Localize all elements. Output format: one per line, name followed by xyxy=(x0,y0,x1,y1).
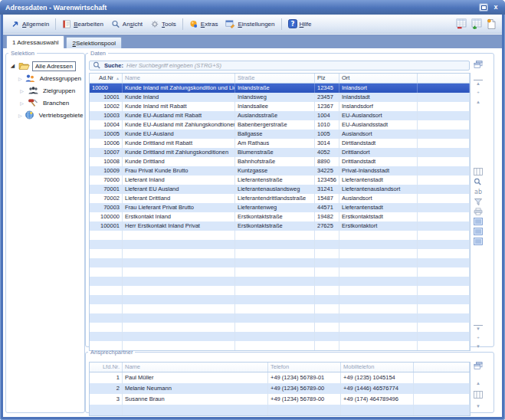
table-cell[interactable]: Drittlandstadt xyxy=(339,157,418,166)
table-row[interactable]: 10005Kunde EU-AuslandBallgasse1005Auslan… xyxy=(90,130,470,139)
table-cell[interactable]: 10002 xyxy=(90,102,123,111)
table-cell[interactable] xyxy=(418,148,470,157)
table-row[interactable]: 3Susanne Braun+49 (1234) 56789-00+49 (17… xyxy=(90,394,470,405)
table-cell[interactable] xyxy=(123,231,235,240)
search-input[interactable]: Hier Suchbegriff eingeben (STRG+S) xyxy=(126,62,221,69)
table-cell[interactable] xyxy=(418,194,470,203)
column-header[interactable]: Plz xyxy=(315,74,339,83)
table-cell[interactable] xyxy=(315,277,339,286)
table-cell[interactable] xyxy=(90,258,123,267)
table-cell[interactable]: 70001 xyxy=(90,185,123,194)
tree-item-zielgruppen[interactable]: ▷Zielgruppen xyxy=(8,84,83,97)
table-cell[interactable]: Herr Erstkontakt Inland Privat xyxy=(123,221,235,231)
table-cell[interactable] xyxy=(235,231,315,240)
table-cell[interactable]: Kunde Drittland xyxy=(123,157,235,166)
table-cell[interactable]: Drittlandort xyxy=(339,148,418,157)
table-cell[interactable]: 1 xyxy=(90,372,123,383)
table-row[interactable] xyxy=(90,405,470,415)
scroll-up-icon[interactable]: ▲ xyxy=(474,99,483,105)
table-cell[interactable]: Dirttlandstadt xyxy=(339,139,418,148)
close-button[interactable]: x xyxy=(492,3,500,11)
table-cell[interactable]: Auslandsort xyxy=(339,130,418,139)
card-view-icon[interactable] xyxy=(474,168,483,176)
column-header[interactable] xyxy=(414,363,470,372)
table-cell[interactable]: 10004 xyxy=(90,120,123,130)
list-view-2-icon[interactable] xyxy=(474,228,483,235)
table-cell[interactable] xyxy=(339,258,418,267)
table-cell[interactable]: Auslandsort xyxy=(339,194,418,203)
table-cell[interactable] xyxy=(418,212,470,221)
table-cell[interactable] xyxy=(235,332,315,341)
column-header[interactable]: Name xyxy=(123,74,235,83)
table-cell[interactable]: +49 (1235) 1045154 xyxy=(341,372,414,383)
table-cell[interactable] xyxy=(123,286,235,295)
table-cell[interactable]: 70002 xyxy=(90,194,123,203)
table-cell[interactable] xyxy=(123,258,235,267)
table-row[interactable] xyxy=(90,313,470,323)
table-cell[interactable]: 10003 xyxy=(90,111,123,120)
table-cell[interactable]: Lieferantenstadt xyxy=(339,176,418,185)
table-cell[interactable]: 1010 xyxy=(315,120,339,130)
column-header[interactable] xyxy=(418,74,470,83)
scroll-move-2-icon[interactable]: + xyxy=(474,334,483,340)
table-row[interactable] xyxy=(90,286,470,295)
table-cell[interactable] xyxy=(123,277,235,286)
table-cell[interactable]: Ballgasse xyxy=(235,130,315,139)
table-cell[interactable] xyxy=(123,249,235,258)
table-cell[interactable]: Erstkontaktstadt xyxy=(339,212,418,221)
table-row[interactable]: 10007Kunde Drittland mit Zahlungskonditi… xyxy=(90,148,470,157)
table-cell[interactable]: 27625 xyxy=(315,221,339,231)
table-cell[interactable]: 34225 xyxy=(315,166,339,176)
table-cell[interactable] xyxy=(418,313,470,323)
table-cell[interactable]: Auslandsstraße xyxy=(235,111,315,120)
table-cell[interactable] xyxy=(123,267,235,277)
table-cell[interactable]: 10007 xyxy=(90,148,123,157)
table-cell[interactable] xyxy=(418,157,470,166)
table-cell[interactable] xyxy=(418,258,470,267)
table-row[interactable]: 70003Frau Lieferant Privat BruttoLiefera… xyxy=(90,203,470,212)
table-cell[interactable]: Lieferant Inland xyxy=(123,176,235,185)
column-header[interactable]: Lfd.Nr. xyxy=(90,363,123,372)
table-cell[interactable] xyxy=(418,203,470,212)
table-row[interactable]: 10006Kunde Drittland mit RabattAm Rathau… xyxy=(90,139,470,148)
menu-item-extras[interactable]: Extras xyxy=(185,18,222,30)
table-cell[interactable] xyxy=(418,277,470,286)
table-cell[interactable]: Inlandstraße xyxy=(235,84,315,93)
column-header[interactable]: Name xyxy=(123,363,268,372)
table-cell[interactable] xyxy=(235,267,315,277)
table-cell[interactable] xyxy=(235,313,315,323)
table-cell[interactable] xyxy=(339,304,418,313)
list-view-3-icon[interactable] xyxy=(474,238,483,245)
table-cell[interactable] xyxy=(315,249,339,258)
table-cell[interactable] xyxy=(418,93,470,102)
table-cell[interactable]: 70003 xyxy=(90,203,123,212)
table-cell[interactable] xyxy=(341,405,414,415)
search-bar[interactable]: Suche: Hier Suchbegriff eingeben (STRG+S… xyxy=(89,61,470,71)
table-row[interactable] xyxy=(90,267,470,277)
table-cell[interactable] xyxy=(339,231,418,240)
table-cell[interactable] xyxy=(123,323,235,332)
table-cell[interactable]: 12345 xyxy=(315,84,339,93)
table-cell[interactable]: Bahnhofstraße xyxy=(235,157,315,166)
table-cell[interactable] xyxy=(339,313,418,323)
table-cell[interactable]: 3 xyxy=(90,394,123,405)
tree-item-alle-adressen[interactable]: ◢Alle Adressen xyxy=(8,60,83,72)
table-cell[interactable]: Kunde Inland mit Zahlungskondition und L… xyxy=(123,84,235,93)
table-cell[interactable] xyxy=(315,313,339,323)
table-cell[interactable] xyxy=(418,286,470,295)
table-cell[interactable]: Kunde EU-Ausland mit Rabatt xyxy=(123,111,235,120)
table-cell[interactable] xyxy=(90,323,123,332)
table-cell[interactable] xyxy=(90,286,123,295)
tab-2-selektionspool[interactable]: 2 Selektionspool xyxy=(66,37,122,48)
table-cell[interactable] xyxy=(315,267,339,277)
menu-item-bearbeiten[interactable]: Bearbeiten xyxy=(58,18,107,30)
restore-button[interactable] xyxy=(479,3,488,11)
table-cell[interactable] xyxy=(268,405,341,415)
title-bar[interactable]: Adressdaten - Warenwirtschaft x xyxy=(0,0,505,15)
table-cell[interactable] xyxy=(339,332,418,341)
table-cell[interactable] xyxy=(123,240,235,249)
table-cell[interactable]: 10001 xyxy=(90,93,123,102)
table-cell[interactable]: Kunde Inland mit Rabatt xyxy=(123,102,235,111)
table-cell[interactable] xyxy=(90,277,123,286)
scroll-top-icon[interactable]: ▲ xyxy=(474,80,483,87)
